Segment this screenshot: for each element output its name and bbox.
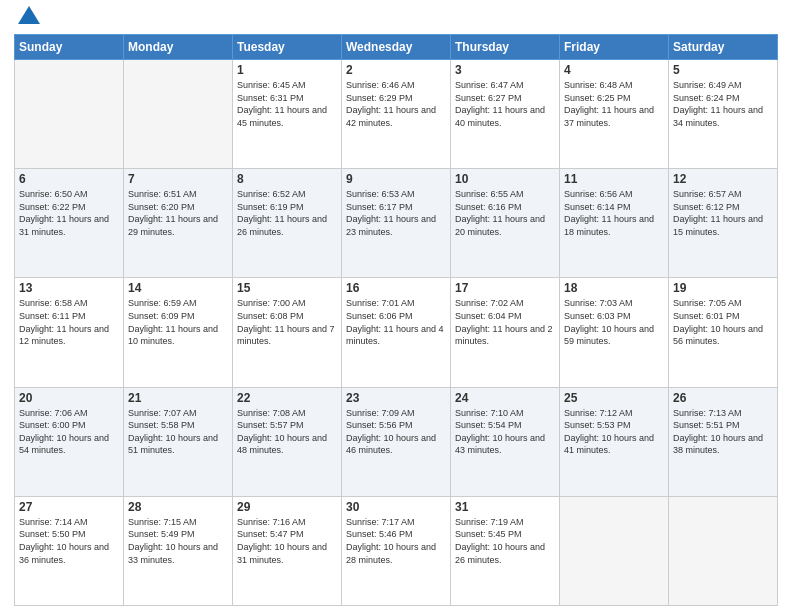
day-info: Sunrise: 6:59 AM Sunset: 6:09 PM Dayligh…	[128, 297, 228, 347]
table-row: 18Sunrise: 7:03 AM Sunset: 6:03 PM Dayli…	[560, 278, 669, 387]
day-info: Sunrise: 7:03 AM Sunset: 6:03 PM Dayligh…	[564, 297, 664, 347]
day-info: Sunrise: 7:14 AM Sunset: 5:50 PM Dayligh…	[19, 516, 119, 566]
day-info: Sunrise: 6:46 AM Sunset: 6:29 PM Dayligh…	[346, 79, 446, 129]
day-info: Sunrise: 7:13 AM Sunset: 5:51 PM Dayligh…	[673, 407, 773, 457]
day-number: 1	[237, 63, 337, 77]
day-number: 2	[346, 63, 446, 77]
table-row	[124, 60, 233, 169]
day-number: 11	[564, 172, 664, 186]
day-info: Sunrise: 6:52 AM Sunset: 6:19 PM Dayligh…	[237, 188, 337, 238]
table-row: 21Sunrise: 7:07 AM Sunset: 5:58 PM Dayli…	[124, 387, 233, 496]
day-info: Sunrise: 7:12 AM Sunset: 5:53 PM Dayligh…	[564, 407, 664, 457]
day-info: Sunrise: 6:57 AM Sunset: 6:12 PM Dayligh…	[673, 188, 773, 238]
col-thursday: Thursday	[451, 35, 560, 60]
day-number: 3	[455, 63, 555, 77]
table-row: 27Sunrise: 7:14 AM Sunset: 5:50 PM Dayli…	[15, 496, 124, 605]
table-row: 17Sunrise: 7:02 AM Sunset: 6:04 PM Dayli…	[451, 278, 560, 387]
table-row: 14Sunrise: 6:59 AM Sunset: 6:09 PM Dayli…	[124, 278, 233, 387]
day-number: 15	[237, 281, 337, 295]
day-info: Sunrise: 7:08 AM Sunset: 5:57 PM Dayligh…	[237, 407, 337, 457]
day-number: 25	[564, 391, 664, 405]
calendar-week-row: 20Sunrise: 7:06 AM Sunset: 6:00 PM Dayli…	[15, 387, 778, 496]
table-row: 22Sunrise: 7:08 AM Sunset: 5:57 PM Dayli…	[233, 387, 342, 496]
day-info: Sunrise: 7:15 AM Sunset: 5:49 PM Dayligh…	[128, 516, 228, 566]
day-number: 31	[455, 500, 555, 514]
table-row: 1Sunrise: 6:45 AM Sunset: 6:31 PM Daylig…	[233, 60, 342, 169]
day-info: Sunrise: 7:05 AM Sunset: 6:01 PM Dayligh…	[673, 297, 773, 347]
day-number: 23	[346, 391, 446, 405]
table-row: 24Sunrise: 7:10 AM Sunset: 5:54 PM Dayli…	[451, 387, 560, 496]
day-info: Sunrise: 7:01 AM Sunset: 6:06 PM Dayligh…	[346, 297, 446, 347]
day-info: Sunrise: 6:55 AM Sunset: 6:16 PM Dayligh…	[455, 188, 555, 238]
day-number: 27	[19, 500, 119, 514]
calendar-week-row: 13Sunrise: 6:58 AM Sunset: 6:11 PM Dayli…	[15, 278, 778, 387]
calendar-header-row: Sunday Monday Tuesday Wednesday Thursday…	[15, 35, 778, 60]
calendar-week-row: 6Sunrise: 6:50 AM Sunset: 6:22 PM Daylig…	[15, 169, 778, 278]
day-number: 5	[673, 63, 773, 77]
day-info: Sunrise: 6:56 AM Sunset: 6:14 PM Dayligh…	[564, 188, 664, 238]
calendar-week-row: 1Sunrise: 6:45 AM Sunset: 6:31 PM Daylig…	[15, 60, 778, 169]
day-number: 13	[19, 281, 119, 295]
day-info: Sunrise: 7:07 AM Sunset: 5:58 PM Dayligh…	[128, 407, 228, 457]
table-row: 25Sunrise: 7:12 AM Sunset: 5:53 PM Dayli…	[560, 387, 669, 496]
table-row	[560, 496, 669, 605]
table-row: 7Sunrise: 6:51 AM Sunset: 6:20 PM Daylig…	[124, 169, 233, 278]
table-row: 4Sunrise: 6:48 AM Sunset: 6:25 PM Daylig…	[560, 60, 669, 169]
day-info: Sunrise: 6:58 AM Sunset: 6:11 PM Dayligh…	[19, 297, 119, 347]
day-info: Sunrise: 7:00 AM Sunset: 6:08 PM Dayligh…	[237, 297, 337, 347]
day-info: Sunrise: 6:49 AM Sunset: 6:24 PM Dayligh…	[673, 79, 773, 129]
day-info: Sunrise: 6:45 AM Sunset: 6:31 PM Dayligh…	[237, 79, 337, 129]
col-saturday: Saturday	[669, 35, 778, 60]
table-row: 3Sunrise: 6:47 AM Sunset: 6:27 PM Daylig…	[451, 60, 560, 169]
table-row: 23Sunrise: 7:09 AM Sunset: 5:56 PM Dayli…	[342, 387, 451, 496]
day-number: 9	[346, 172, 446, 186]
day-number: 24	[455, 391, 555, 405]
calendar-table: Sunday Monday Tuesday Wednesday Thursday…	[14, 34, 778, 606]
logo	[14, 10, 40, 28]
table-row	[15, 60, 124, 169]
table-row: 13Sunrise: 6:58 AM Sunset: 6:11 PM Dayli…	[15, 278, 124, 387]
day-info: Sunrise: 6:53 AM Sunset: 6:17 PM Dayligh…	[346, 188, 446, 238]
day-info: Sunrise: 7:16 AM Sunset: 5:47 PM Dayligh…	[237, 516, 337, 566]
day-number: 10	[455, 172, 555, 186]
day-number: 17	[455, 281, 555, 295]
table-row: 31Sunrise: 7:19 AM Sunset: 5:45 PM Dayli…	[451, 496, 560, 605]
table-row: 6Sunrise: 6:50 AM Sunset: 6:22 PM Daylig…	[15, 169, 124, 278]
table-row: 28Sunrise: 7:15 AM Sunset: 5:49 PM Dayli…	[124, 496, 233, 605]
day-number: 8	[237, 172, 337, 186]
day-number: 22	[237, 391, 337, 405]
table-row: 26Sunrise: 7:13 AM Sunset: 5:51 PM Dayli…	[669, 387, 778, 496]
table-row: 5Sunrise: 6:49 AM Sunset: 6:24 PM Daylig…	[669, 60, 778, 169]
table-row	[669, 496, 778, 605]
table-row: 10Sunrise: 6:55 AM Sunset: 6:16 PM Dayli…	[451, 169, 560, 278]
day-info: Sunrise: 7:10 AM Sunset: 5:54 PM Dayligh…	[455, 407, 555, 457]
day-info: Sunrise: 7:19 AM Sunset: 5:45 PM Dayligh…	[455, 516, 555, 566]
day-info: Sunrise: 7:09 AM Sunset: 5:56 PM Dayligh…	[346, 407, 446, 457]
svg-marker-0	[18, 6, 40, 24]
day-number: 28	[128, 500, 228, 514]
logo-icon	[18, 6, 40, 28]
day-info: Sunrise: 6:51 AM Sunset: 6:20 PM Dayligh…	[128, 188, 228, 238]
day-number: 19	[673, 281, 773, 295]
day-number: 16	[346, 281, 446, 295]
table-row: 20Sunrise: 7:06 AM Sunset: 6:00 PM Dayli…	[15, 387, 124, 496]
day-number: 14	[128, 281, 228, 295]
table-row: 11Sunrise: 6:56 AM Sunset: 6:14 PM Dayli…	[560, 169, 669, 278]
day-number: 30	[346, 500, 446, 514]
table-row: 9Sunrise: 6:53 AM Sunset: 6:17 PM Daylig…	[342, 169, 451, 278]
day-number: 18	[564, 281, 664, 295]
day-info: Sunrise: 6:48 AM Sunset: 6:25 PM Dayligh…	[564, 79, 664, 129]
table-row: 8Sunrise: 6:52 AM Sunset: 6:19 PM Daylig…	[233, 169, 342, 278]
col-sunday: Sunday	[15, 35, 124, 60]
day-number: 26	[673, 391, 773, 405]
col-friday: Friday	[560, 35, 669, 60]
table-row: 16Sunrise: 7:01 AM Sunset: 6:06 PM Dayli…	[342, 278, 451, 387]
table-row: 12Sunrise: 6:57 AM Sunset: 6:12 PM Dayli…	[669, 169, 778, 278]
table-row: 15Sunrise: 7:00 AM Sunset: 6:08 PM Dayli…	[233, 278, 342, 387]
table-row: 19Sunrise: 7:05 AM Sunset: 6:01 PM Dayli…	[669, 278, 778, 387]
day-info: Sunrise: 6:47 AM Sunset: 6:27 PM Dayligh…	[455, 79, 555, 129]
day-number: 20	[19, 391, 119, 405]
col-wednesday: Wednesday	[342, 35, 451, 60]
calendar-week-row: 27Sunrise: 7:14 AM Sunset: 5:50 PM Dayli…	[15, 496, 778, 605]
col-tuesday: Tuesday	[233, 35, 342, 60]
